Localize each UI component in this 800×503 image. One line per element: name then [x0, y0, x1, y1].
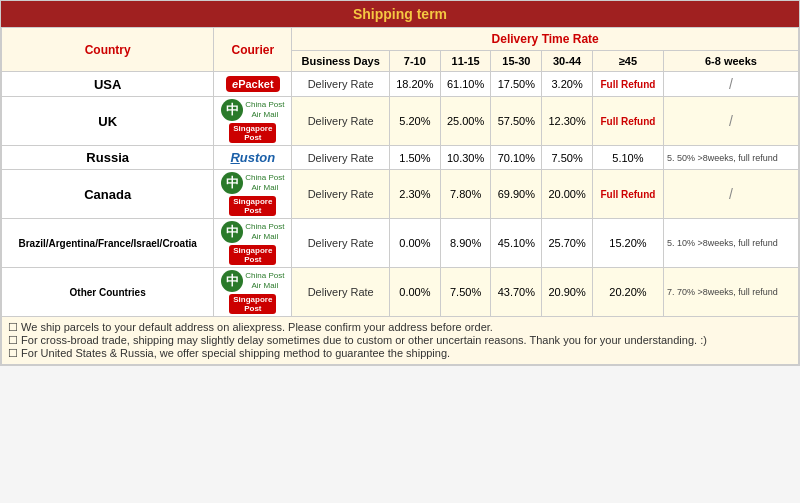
col-30-44-cell: 25.70% [542, 219, 593, 268]
col-15-30-cell: 70.10% [491, 146, 542, 170]
col-30-44-cell: 20.00% [542, 170, 593, 219]
col-11-15-cell: 7.50% [440, 268, 491, 317]
courier-logo-container: 中 China PostAir Mail SingaporePost [216, 221, 289, 265]
country-cell: Other Countries [2, 268, 214, 317]
col-45-cell: 20.20% [592, 268, 663, 317]
col-45-cell: 5.10% [592, 146, 663, 170]
col-7-10-cell: 0.00% [390, 268, 441, 317]
courier-cell: 中 China PostAir Mail SingaporePost [214, 219, 292, 268]
table-row: UK 中 China PostAir Mail SingaporePost De… [2, 97, 799, 146]
col-11-15-cell: 8.90% [440, 219, 491, 268]
singapore-post-logo: SingaporePost [229, 294, 276, 314]
col-15-30-cell: 43.70% [491, 268, 542, 317]
col-30-44-cell: 12.30% [542, 97, 593, 146]
table-row: Canada 中 China PostAir Mail SingaporePos… [2, 170, 799, 219]
table-row: Brazil/Argentina/France/Israel/Croatia 中… [2, 219, 799, 268]
chinapost-logo: 中 China PostAir Mail [221, 221, 284, 243]
country-cell: Russia [2, 146, 214, 170]
epacket-logo: ePacket [226, 76, 280, 92]
country-cell: UK [2, 97, 214, 146]
chinapost-logo: 中 China PostAir Mail [221, 270, 284, 292]
col-6-8weeks-cell: / [663, 72, 798, 97]
col-7-10-cell: 0.00% [390, 219, 441, 268]
courier-cell: Ruston [214, 146, 292, 170]
col-7-10-header: 7-10 [390, 51, 441, 72]
chinapost-logo: 中 China PostAir Mail [221, 99, 284, 121]
chinapost-logo: 中 China PostAir Mail [221, 172, 284, 194]
table-row: Other Countries 中 China PostAir Mail Sin… [2, 268, 799, 317]
courier-cell: 中 China PostAir Mail SingaporePost [214, 97, 292, 146]
col-30-44-cell: 20.90% [542, 268, 593, 317]
col-6-8weeks-cell: 7. 70% >8weeks, full refund [663, 268, 798, 317]
delivery-rate-label: Delivery Rate [292, 97, 390, 146]
col-6-8weeks-cell: / [663, 170, 798, 219]
courier-cell: ePacket [214, 72, 292, 97]
col-6-8weeks-header: 6-8 weeks [663, 51, 798, 72]
col-15-30-cell: 17.50% [491, 72, 542, 97]
col-7-10-cell: 18.20% [390, 72, 441, 97]
country-cell: Brazil/Argentina/France/Israel/Croatia [2, 219, 214, 268]
col-business-days-header: Business Days [292, 51, 390, 72]
singapore-post-logo: SingaporePost [229, 123, 276, 143]
country-cell: Canada [2, 170, 214, 219]
col-45-header: ≥45 [592, 51, 663, 72]
courier-cell: 中 China PostAir Mail SingaporePost [214, 170, 292, 219]
page-title: Shipping term [353, 6, 447, 22]
singapore-post-logo: SingaporePost [229, 245, 276, 265]
col-courier-header: Courier [214, 28, 292, 72]
col-6-8weeks-cell: / [663, 97, 798, 146]
col-45-cell: 15.20% [592, 219, 663, 268]
delivery-rate-label: Delivery Rate [292, 72, 390, 97]
col-6-8weeks-cell: 5. 50% >8weeks, full refund [663, 146, 798, 170]
courier-cell: 中 China PostAir Mail SingaporePost [214, 268, 292, 317]
courier-logo-container: 中 China PostAir Mail SingaporePost [216, 99, 289, 143]
footer-note: ☐ We ship parcels to your default addres… [8, 321, 792, 334]
col-45-cell: Full Refund [592, 72, 663, 97]
shipping-table: Country Courier Delivery Time Rate Busin… [1, 27, 799, 365]
col-7-10-cell: 2.30% [390, 170, 441, 219]
col-15-30-cell: 69.90% [491, 170, 542, 219]
col-11-15-header: 11-15 [440, 51, 491, 72]
col-11-15-cell: 61.10% [440, 72, 491, 97]
col-7-10-cell: 1.50% [390, 146, 441, 170]
col-45-cell: Full Refund [592, 170, 663, 219]
col-11-15-cell: 25.00% [440, 97, 491, 146]
table-row: USAePacketDelivery Rate18.20%61.10%17.50… [2, 72, 799, 97]
col-7-10-cell: 5.20% [390, 97, 441, 146]
col-30-44-cell: 3.20% [542, 72, 593, 97]
delivery-rate-label: Delivery Rate [292, 268, 390, 317]
col-15-30-header: 15-30 [491, 51, 542, 72]
footer-note: ☐ For cross-broad trade, shipping may sl… [8, 334, 792, 347]
col-6-8weeks-cell: 5. 10% >8weeks, full refund [663, 219, 798, 268]
singapore-post-logo: SingaporePost [229, 196, 276, 216]
footer-note: ☐ For United States & Russia, we offer s… [8, 347, 792, 360]
footer-notes: ☐ We ship parcels to your default addres… [2, 317, 799, 365]
col-15-30-cell: 57.50% [491, 97, 542, 146]
table-row: RussiaRustonDelivery Rate1.50%10.30%70.1… [2, 146, 799, 170]
col-country-header: Country [2, 28, 214, 72]
col-11-15-cell: 10.30% [440, 146, 491, 170]
delivery-rate-label: Delivery Rate [292, 170, 390, 219]
col-15-30-cell: 45.10% [491, 219, 542, 268]
col-45-cell: Full Refund [592, 97, 663, 146]
ruston-logo: Ruston [230, 150, 275, 165]
col-delivery-time-rate-header: Delivery Time Rate [292, 28, 799, 51]
shipping-term-table: Shipping term Country Courier Delivery T… [0, 0, 800, 366]
col-30-44-header: 30-44 [542, 51, 593, 72]
col-30-44-cell: 7.50% [542, 146, 593, 170]
title-bar: Shipping term [1, 1, 799, 27]
country-cell: USA [2, 72, 214, 97]
courier-logo-container: 中 China PostAir Mail SingaporePost [216, 172, 289, 216]
courier-logo-container: 中 China PostAir Mail SingaporePost [216, 270, 289, 314]
delivery-rate-label: Delivery Rate [292, 219, 390, 268]
col-11-15-cell: 7.80% [440, 170, 491, 219]
delivery-rate-label: Delivery Rate [292, 146, 390, 170]
